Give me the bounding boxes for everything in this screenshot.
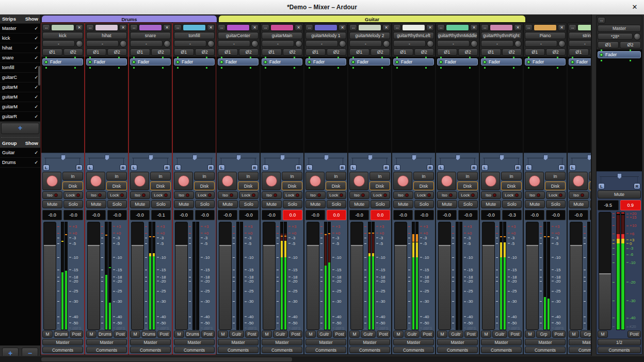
- fader-handle[interactable]: [526, 245, 538, 246]
- processor-active-led[interactable]: [395, 60, 399, 64]
- peak-display[interactable]: 0.0: [327, 210, 346, 220]
- gain-display[interactable]: -0.0: [42, 210, 62, 220]
- solo-lock-button[interactable]: Lock: [590, 191, 591, 199]
- stereo-meter[interactable]: [587, 222, 591, 330]
- record-arm-button[interactable]: [481, 172, 500, 190]
- monitor-disk-button[interactable]: Disk: [106, 182, 127, 190]
- phase-invert-2-button[interactable]: Ø2: [458, 48, 478, 56]
- output-button[interactable]: Master: [305, 339, 346, 345]
- comments-button[interactable]: Comments: [349, 347, 390, 353]
- meter-left[interactable]: [543, 222, 546, 330]
- gain-display[interactable]: -0.0: [86, 210, 106, 220]
- mono-button[interactable]: M: [437, 331, 447, 338]
- stereo-meter[interactable]: [105, 222, 111, 330]
- peak-display[interactable]: -0.0: [195, 210, 215, 220]
- processor-active-led[interactable]: [527, 60, 530, 64]
- pan-right-button[interactable]: R: [558, 164, 565, 171]
- processor-box[interactable]: Fader: [524, 57, 567, 153]
- stereo-meter[interactable]: [616, 212, 625, 330]
- phase-invert-2-button[interactable]: Ø2: [283, 48, 303, 56]
- monitor-disk-button[interactable]: Disk: [150, 182, 171, 190]
- pan-widget[interactable]: LR: [525, 154, 566, 171]
- strip-hide-icon[interactable]: ✕: [339, 24, 346, 31]
- solo-button[interactable]: Solo: [239, 200, 259, 208]
- strip-name-button[interactable]: kick: [42, 32, 83, 39]
- solo-button[interactable]: Solo: [283, 200, 303, 208]
- monitor-disk-button[interactable]: Disk: [238, 182, 259, 190]
- pan-right-button[interactable]: R: [295, 164, 302, 171]
- pan-left-button[interactable]: L: [262, 164, 269, 171]
- pan-right-button[interactable]: R: [76, 164, 83, 171]
- strip-color-swatch[interactable]: [402, 24, 425, 31]
- record-arm-button[interactable]: [437, 172, 456, 190]
- solo-isolate-button[interactable]: Iso: [218, 191, 238, 199]
- fader-processor-entry[interactable]: Fader: [481, 58, 522, 65]
- pan-left-button[interactable]: L: [598, 183, 605, 189]
- fader-handle[interactable]: [395, 245, 407, 246]
- comments-button[interactable]: Comments: [481, 347, 522, 353]
- solo-lock-button[interactable]: Lock: [546, 191, 566, 199]
- peak-display[interactable]: -0.0: [546, 210, 566, 220]
- comments-button[interactable]: Comments: [174, 347, 215, 353]
- solo-isolate-button[interactable]: Iso: [349, 191, 369, 199]
- phase-invert-1-button[interactable]: Ø1: [262, 48, 282, 56]
- phase-invert-1-button[interactable]: Ø1: [42, 48, 62, 56]
- gain-display[interactable]: -0.0: [393, 210, 413, 220]
- phase-invert-1-button[interactable]: Ø1: [598, 41, 619, 48]
- processor-box[interactable]: Fader: [348, 57, 391, 153]
- metering-point-button[interactable]: Post: [201, 331, 215, 338]
- phase-invert-2-button[interactable]: Ø2: [546, 48, 566, 56]
- phase-invert-2-button[interactable]: Ø2: [151, 48, 171, 56]
- meter-left[interactable]: [616, 212, 620, 330]
- strip-hide-icon[interactable]: ✕: [426, 24, 434, 31]
- solo-lock-button[interactable]: Lock: [502, 191, 522, 199]
- gain-display[interactable]: -0.0: [262, 210, 281, 220]
- strip-name-button[interactable]: strings: [569, 32, 591, 39]
- trim-knob[interactable]: [251, 40, 259, 47]
- group-button[interactable]: Guitr: [361, 331, 376, 338]
- strips-list-item[interactable]: guitarM✓: [0, 102, 40, 112]
- fader-processor-entry[interactable]: Fader: [393, 58, 434, 65]
- phase-invert-1-button[interactable]: Ø1: [437, 48, 457, 56]
- phase-invert-1-button[interactable]: Ø1: [130, 48, 150, 56]
- processor-active-led[interactable]: [351, 60, 355, 64]
- comments-button[interactable]: Comments: [130, 347, 171, 353]
- output-button[interactable]: Master: [481, 339, 522, 345]
- meter-right[interactable]: [240, 222, 243, 330]
- group-button[interactable]: Drums: [141, 331, 156, 338]
- meter-right[interactable]: [328, 222, 331, 330]
- processor-active-led[interactable]: [264, 60, 267, 64]
- meter-left[interactable]: [456, 222, 459, 330]
- solo-lock-button[interactable]: Lock: [458, 191, 478, 199]
- meter-left[interactable]: [324, 222, 327, 330]
- mono-button[interactable]: M: [305, 331, 316, 338]
- pan-left-button[interactable]: L: [481, 164, 488, 171]
- strip-width-icon[interactable]: ↔: [42, 24, 50, 31]
- record-arm-button[interactable]: [262, 172, 281, 190]
- record-arm-button[interactable]: [42, 172, 61, 190]
- stereo-meter[interactable]: [543, 222, 550, 330]
- stereo-meter[interactable]: [280, 222, 287, 330]
- meter-right[interactable]: [284, 222, 287, 330]
- trim-knob[interactable]: [164, 40, 171, 47]
- output-button[interactable]: Master: [262, 339, 302, 345]
- group-tab-drums[interactable]: Drums: [41, 15, 217, 23]
- mute-button[interactable]: Mute: [262, 200, 282, 208]
- phase-invert-2-button[interactable]: Ø2: [107, 48, 127, 56]
- record-arm-button[interactable]: [86, 172, 105, 190]
- visible-checkbox[interactable]: ✓: [34, 94, 38, 100]
- processor-active-led[interactable]: [600, 53, 603, 57]
- strip-name-button[interactable]: guitarMelody 1: [305, 32, 346, 39]
- phase-invert-1-button[interactable]: Ø1: [305, 48, 326, 56]
- volume-fader[interactable]: [570, 222, 583, 330]
- record-arm-button[interactable]: [393, 172, 412, 190]
- volume-fader[interactable]: [599, 212, 611, 330]
- pan-widget[interactable]: LR: [437, 154, 478, 171]
- monitor-input-button[interactable]: In: [413, 172, 434, 180]
- strip-hide-icon[interactable]: ✕: [75, 24, 83, 31]
- strip-width-icon[interactable]: ↔: [481, 24, 489, 31]
- phase-invert-2-button[interactable]: Ø2: [371, 48, 391, 56]
- group-button[interactable]: Drums: [185, 331, 200, 338]
- trim-display-button[interactable]: -: [262, 40, 294, 47]
- meter-left[interactable]: [412, 222, 415, 330]
